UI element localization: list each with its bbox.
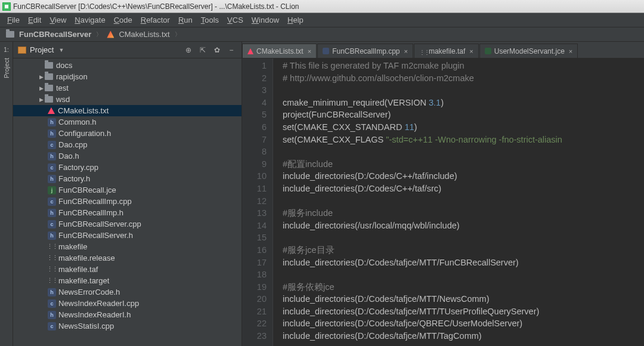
code-line[interactable] [283,146,644,158]
tree-item-factory-h[interactable]: Factory.h [13,173,242,184]
tree-item-test[interactable]: ▶test [13,82,242,94]
tree-item-label: NewsIndexReaderI.cpp [58,299,139,308]
line-number: 2 [242,72,267,85]
code-line[interactable]: include_directories(D:/Codes/tafjce/MTT/… [283,257,644,269]
menu-refactor[interactable]: Refactor [137,14,174,26]
menu-run[interactable]: Run [175,14,196,26]
line-number: 11 [242,183,267,195]
tree-item-wsd[interactable]: ▶wsd [13,94,242,105]
scroll-from-source-icon[interactable]: ⊕ [183,45,194,55]
close-tab-icon[interactable]: × [308,48,311,55]
code-line[interactable]: #服务依赖jce [283,281,644,294]
line-number-gutter: 1234567891011121314151617181920212223 [242,58,273,346]
expand-arrow-icon[interactable]: ▶ [38,74,44,80]
tree-item-factory-cpp[interactable]: Factory.cpp [13,162,242,173]
menu-file[interactable]: File [4,14,23,26]
folder-icon [45,62,53,69]
cpp-icon [48,197,56,206]
project-panel-title[interactable]: Project [30,45,54,54]
code-line[interactable]: include_directories(D:/Codes/tafjce/MTT/… [283,330,644,342]
tree-item-label: docs [56,61,72,70]
tree-item-makefile[interactable]: makefile [13,241,242,252]
tree-item-docs[interactable]: docs [13,60,242,71]
code-line[interactable]: project(FunCBRecallServer) [283,109,644,121]
menu-vcs[interactable]: VCS [224,14,247,26]
line-number: 20 [242,293,267,305]
expand-arrow-icon[interactable]: ▶ [38,97,44,103]
tree-item-funcbrecallimp-h[interactable]: FunCBRecallImp.h [13,207,242,218]
code-line[interactable]: set(CMAKE_CXX_FLAGS "-std=c++11 -Wno-nar… [283,134,644,146]
left-tool-rail: 1: Project [0,42,13,346]
close-tab-icon[interactable]: × [404,48,408,55]
code-line[interactable]: include_directories(D:/Codes/tafjce/MTT/… [283,293,644,305]
code-text[interactable]: # This file is generated by TAF m2cmake … [273,58,644,346]
menu-help[interactable]: Help [284,14,307,26]
gear-icon[interactable]: ✿ [212,45,222,55]
editor-tabs: CMakeLists.txt×FunCBRecallImp.cpp×makefi… [242,42,644,58]
rail-tab-project[interactable]: Project [3,54,10,82]
code-line[interactable] [283,231,644,244]
expand-arrow-icon[interactable]: ▶ [38,85,44,91]
tree-item-newsindexreaderi-h[interactable]: NewsIndexReaderI.h [13,309,242,320]
tree-item-funcbrecallserver-h[interactable]: FunCBRecallServer.h [13,230,242,241]
code-line[interactable]: include_directories(D:/Codes/C++/taf/inc… [283,170,644,183]
code-line[interactable]: #服务include [283,207,644,220]
tree-item-newsindexreaderi-cpp[interactable]: NewsIndexReaderI.cpp [13,298,242,309]
menu-tools[interactable]: Tools [197,14,222,26]
line-number: 13 [242,207,267,220]
editor-tab-makefile-taf[interactable]: makefile.taf× [414,44,479,58]
tree-item-dao-cpp[interactable]: Dao.cpp [13,139,242,150]
editor-tab-funcbrecallimp-cpp[interactable]: FunCBRecallImp.cpp× [317,44,413,58]
tree-item-dao-h[interactable]: Dao.h [13,150,242,162]
code-line[interactable]: include_directories(D:/Codes/tafjce/QBRE… [283,317,644,330]
h-icon [48,118,56,126]
tree-item-newsstatisi-cpp[interactable]: NewsStatisI.cpp [13,320,242,332]
close-tab-icon[interactable]: × [469,48,473,55]
tree-item-configuration-h[interactable]: Configuration.h [13,128,242,139]
tree-item-funcbrecallserver-cpp[interactable]: FunCBRecallServer.cpp [13,218,242,230]
chevron-right-icon: 〉 [175,30,181,39]
tree-item-makefile-target[interactable]: makefile.target [13,275,242,286]
tree-item-label: Dao.cpp [58,140,87,149]
code-line[interactable]: # This file is generated by TAF m2cmake … [283,60,644,72]
code-line[interactable]: include_directories(D:/Codes/tafjce/MTT/… [283,305,644,318]
line-number: 5 [242,109,267,121]
editor-tab-usermodelservant-jce[interactable]: UserModelServant.jce× [479,44,578,58]
tree-item-label: makefile.target [58,276,109,285]
code-line[interactable]: include_directories(D:/Codes/C++/taf/src… [283,183,644,195]
h-icon [48,231,56,240]
tree-item-makefile-taf[interactable]: makefile.taf [13,264,242,275]
menu-view[interactable]: View [46,14,70,26]
code-line[interactable]: #服务jce目录 [283,244,644,257]
menu-code[interactable]: Code [110,14,136,26]
tree-item-common-h[interactable]: Common.h [13,116,242,128]
tree-item-rapidjson[interactable]: ▶rapidjson [13,71,242,82]
tree-item-cmakelists-txt[interactable]: CMakeLists.txt [13,105,242,116]
tree-item-funcbrecallimp-cpp[interactable]: FunCBRecallImp.cpp [13,196,242,207]
tree-item-funcbrecall-jce[interactable]: FunCBRecall.jce [13,184,242,196]
code-line[interactable] [283,84,644,97]
breadcrumb-file[interactable]: CMakeLists.txt [119,30,169,39]
menu-navigate[interactable]: Navigate [71,14,109,26]
collapse-all-icon[interactable]: ⇱ [197,45,208,55]
close-tab-icon[interactable]: × [569,48,572,55]
dropdown-icon[interactable]: ▼ [58,47,64,53]
code-editor[interactable]: 1234567891011121314151617181920212223 # … [242,58,644,346]
project-tree[interactable]: docs▶rapidjson▶test▶wsdCMakeLists.txtCom… [13,58,242,346]
code-line[interactable]: # http://www.github.com/allsochen/clion-… [283,72,644,85]
code-line[interactable]: cmake_minimum_required(VERSION 3.1) [283,97,644,109]
code-line[interactable] [283,268,644,281]
editor-tab-cmakelists-txt[interactable]: CMakeLists.txt× [242,44,317,58]
code-line[interactable]: set(CMAKE_CXX_STANDARD 11) [283,121,644,134]
folder-icon [45,96,53,103]
hide-panel-icon[interactable]: − [226,45,237,55]
tree-item-newserrorcode-h[interactable]: NewsErrorCode.h [13,286,242,298]
code-line[interactable]: #配置include [283,158,644,171]
line-number: 15 [242,231,267,244]
menu-edit[interactable]: Edit [24,14,45,26]
code-line[interactable] [283,195,644,208]
code-line[interactable]: include_directories(/usr/local/mqq/wbl/i… [283,220,644,232]
breadcrumb-root[interactable]: FunCBRecallServer [19,30,91,39]
menu-window[interactable]: Window [248,14,283,26]
tree-item-makefile-release[interactable]: makefile.release [13,252,242,264]
